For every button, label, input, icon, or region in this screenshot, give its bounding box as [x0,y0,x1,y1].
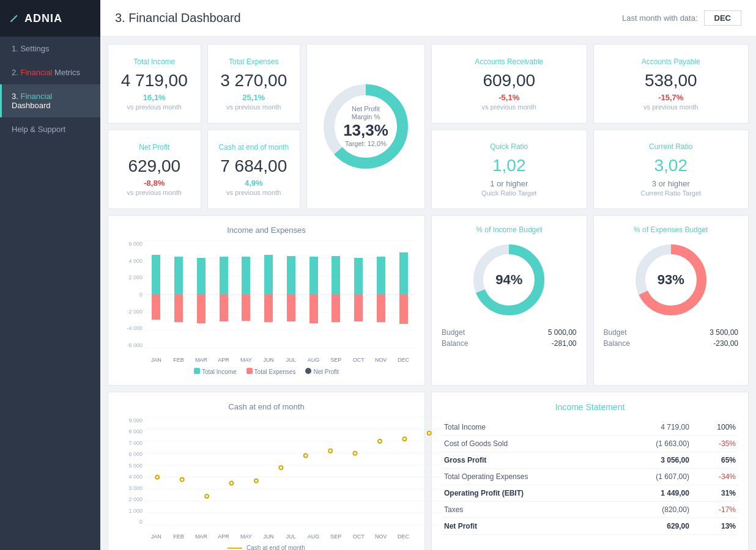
line-month-label: DEC [392,534,415,540]
main-content: 3. Financial Dashboard Last month with d… [100,0,756,550]
kpi-ar-title: Accounts Receivable [475,57,543,66]
income-row-label: Operating Profit (EBIT) [442,485,617,502]
bar-group [235,241,258,348]
svg-point-33 [402,437,406,441]
kpi-total-expenses-title: Total Expenses [229,57,278,66]
svg-point-28 [279,466,283,469]
kpi-cr-benchmark: 3 or higher [652,179,690,188]
svg-point-26 [229,482,233,485]
income-expenses-chart: Income and Expenses 6 000 4 000 2 000 0 … [108,215,425,386]
income-bar [152,255,160,295]
svg-point-31 [354,452,357,455]
kpi-qr-value: 1,02 [492,156,526,175]
income-statement-row: Taxes(820,00)-17% [442,502,738,518]
income-budget-donut: 94% [469,240,549,320]
kpi-total-income-title: Total Income [133,57,175,66]
expense-bar [242,295,250,321]
month-label: JUN [258,357,280,363]
bar-chart-title: Income and Expenses [118,226,415,235]
expense-bar [174,295,183,322]
line-month-label: JUN [258,534,280,540]
income-budget-title: % of Income Budget [476,226,542,234]
kpi-cash-value: 7 684,00 [220,156,287,176]
svg-point-25 [205,494,209,498]
expenses-balance-value: -230,00 [713,339,738,348]
sidebar-item-financial-metrics[interactable]: 2. Financial Metrics [0,61,100,84]
line-month-label: JUL [280,534,303,540]
income-row-pct: 65% [692,452,738,469]
kpi-total-expenses: Total Expenses 3 270,00 25,1% vs previou… [207,44,301,123]
kpi-net-profit-subtitle: vs previous month [127,189,182,196]
logo-text: ADNIA [24,12,62,25]
expense-bar [354,295,363,321]
income-row-label: Taxes [442,502,617,518]
bar-group [168,241,190,348]
bar-chart-legend: Total Income Total Expenses Net Profit [118,368,415,375]
kpi-net-profit-change: -8,8% [144,178,165,188]
income-row-pct: 13% [692,518,738,535]
income-row-pct: -34% [692,469,738,485]
dashboard: Total Income 4 719,00 16,1% vs previous … [100,37,756,550]
kpi-qr-title: Quick Ratio [490,142,528,151]
bar-group [392,241,415,348]
bar-chart-bars [145,241,415,348]
sidebar-item-financial-dashboard-label: 3. Financial Dashboard [12,92,53,110]
kpi-total-expenses-change: 25,1% [242,93,265,102]
sidebar-item-help-support-label: Help & Support [12,125,65,134]
income-row-label: Net Profit [442,518,617,535]
bar-chart-months: JANFEBMARAPRMAYJUNJULAUGSEPOCTNOVDEC [145,357,415,363]
income-statement-row: Gross Profit3 056,0065% [442,452,738,469]
y-label-neg2000: -2 000 [127,309,143,315]
income-row-value: 629,00 [617,518,692,535]
kpi-right-section: Accounts Receivable 609,00 -5,1% vs prev… [431,44,749,209]
income-budget-card: % of Income Budget 94% Budget 5 000,00 B… [431,215,587,386]
kpi-cr-target: Current Ratio Target [640,189,701,197]
svg-point-34 [428,431,431,435]
y-label-neg4000: -4 000 [127,325,143,331]
income-row-label: Total Operating Expenses [442,469,617,485]
kpi-total-income-subtitle: vs previous month [127,103,182,111]
line-month-label: MAY [235,534,258,540]
month-label: MAR [190,357,213,363]
line-month-label: JAN [145,534,168,540]
month-label: AUG [302,357,325,363]
income-table-body: Total Income4 719,00100%Cost of Goods So… [442,419,738,535]
income-balance-label: Balance [442,339,468,348]
kpi-net-profit-margin: Net Profit Margin % 13,3% Target: 12,0% [306,44,425,209]
month-label: JAN [145,357,168,363]
bar-group [145,241,168,348]
kpi-cash-subtitle: vs previous month [226,189,281,196]
kpi-total-income-value: 4 719,00 [121,71,188,90]
month-label: APR [212,357,235,363]
legend-profit: Net Profit [305,368,339,375]
line-chart-months: JANFEBMARAPRMAYJUNJULAUGSEPOCTNOVDEC [145,534,415,540]
sidebar-item-financial-metrics-label: 2. Financial Metrics [12,68,80,77]
bar-group [190,241,212,348]
kpi-total-income-change: 16,1% [143,93,166,102]
income-row-label: Total Income [442,419,617,436]
sidebar-item-settings[interactable]: 1. Settings [0,37,100,61]
net-profit-margin-donut: Net Profit Margin % 13,3% Target: 12,0% [317,78,415,175]
line-chart-svg [145,417,442,525]
line-legend: Cash at end of month [228,544,305,550]
sidebar-item-help-support[interactable]: Help & Support [0,117,100,141]
sidebar-item-financial-dashboard[interactable]: 3. Financial Dashboard [0,84,100,117]
bar-group [280,241,303,348]
bar-group [212,241,235,348]
line-chart-legend: Cash at end of month [118,544,415,550]
income-row-pct: 31% [692,485,738,502]
expenses-budget-budget-row: Budget 3 500,00 [604,327,739,338]
expenses-budget-card: % of Expenses Budget 93% Budget 3 500,00… [593,215,749,386]
income-budget-budget-row: Budget 5 000,00 [442,327,577,338]
expenses-budget-value: 3 500,00 [710,328,738,337]
expense-bar [399,295,408,324]
line-month-label: FEB [168,534,190,540]
expense-bar [287,295,295,321]
kpi-qr-benchmark: 1 or higher [490,179,528,188]
line-month-label: APR [212,534,235,540]
income-bar [242,257,250,295]
income-bar [377,257,385,295]
income-statement-row: Net Profit629,0013% [442,518,738,535]
kpi-total-expenses-value: 3 270,00 [220,71,287,90]
income-statement-table: Total Income4 719,00100%Cost of Goods So… [442,419,738,535]
